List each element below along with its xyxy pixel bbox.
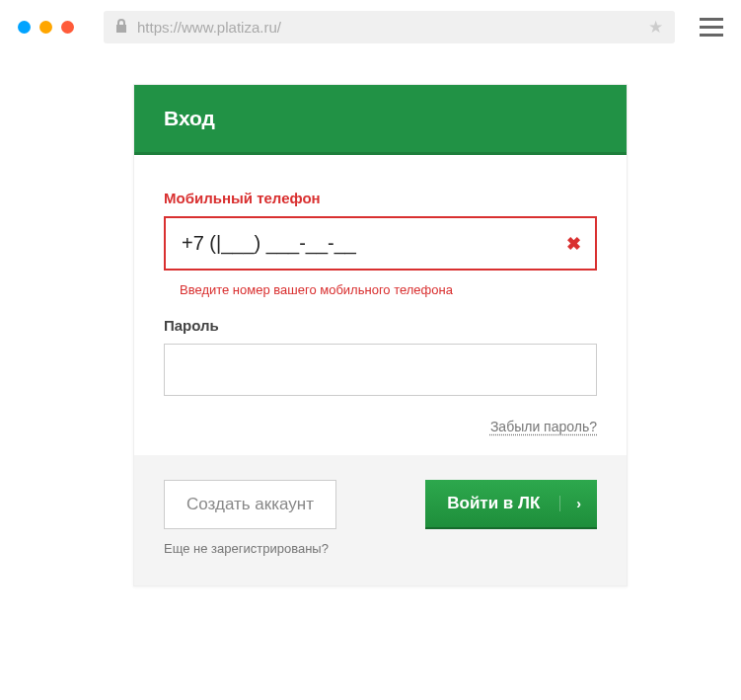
chevron-right-icon: ›: [559, 496, 597, 511]
login-footer: Создать аккаунт Еще не зарегистрированы?…: [134, 455, 627, 585]
login-submit-button[interactable]: Войти в ЛК ›: [425, 480, 597, 529]
menu-hamburger-icon[interactable]: [700, 13, 723, 41]
lock-icon: [115, 19, 127, 36]
login-box: Вход Мобильный телефон ✖ Введите номер в…: [133, 84, 628, 586]
create-account-col: Создать аккаунт Еще не зарегистрированы?: [164, 480, 336, 556]
login-form: Мобильный телефон ✖ Введите номер вашего…: [134, 155, 627, 455]
forgot-password-link[interactable]: Забыли пароль?: [490, 419, 597, 434]
traffic-lights: [18, 21, 74, 34]
password-section: Пароль: [164, 317, 597, 396]
phone-input-wrapper: ✖: [164, 216, 597, 271]
window-maximize-light[interactable]: [61, 21, 74, 34]
create-account-button[interactable]: Создать аккаунт: [164, 480, 336, 529]
window-minimize-light[interactable]: [39, 21, 52, 34]
password-label: Пароль: [164, 317, 597, 334]
phone-label: Мобильный телефон: [164, 190, 597, 206]
submit-col: Войти в ЛК ›: [425, 480, 597, 529]
bookmark-star-icon[interactable]: ★: [648, 17, 663, 38]
url-bar[interactable]: https://www.platiza.ru/ ★: [104, 11, 675, 43]
url-text: https://www.platiza.ru/: [137, 19, 648, 36]
browser-chrome: https://www.platiza.ru/ ★: [0, 0, 741, 54]
password-input[interactable]: [164, 344, 597, 396]
window-close-light[interactable]: [18, 21, 31, 34]
login-submit-label: Войти в ЛК: [447, 494, 540, 513]
login-title: Вход: [164, 107, 215, 129]
phone-input[interactable]: [164, 216, 597, 271]
create-account-helper: Еще не зарегистрированы?: [164, 541, 336, 556]
forgot-password-wrapper: Забыли пароль?: [164, 418, 597, 435]
phone-error-message: Введите номер вашего мобильного телефона: [180, 282, 597, 297]
clear-phone-icon[interactable]: ✖: [566, 233, 581, 255]
login-header: Вход: [134, 85, 627, 155]
content-area: Вход Мобильный телефон ✖ Введите номер в…: [0, 54, 741, 606]
password-input-wrapper: [164, 344, 597, 396]
